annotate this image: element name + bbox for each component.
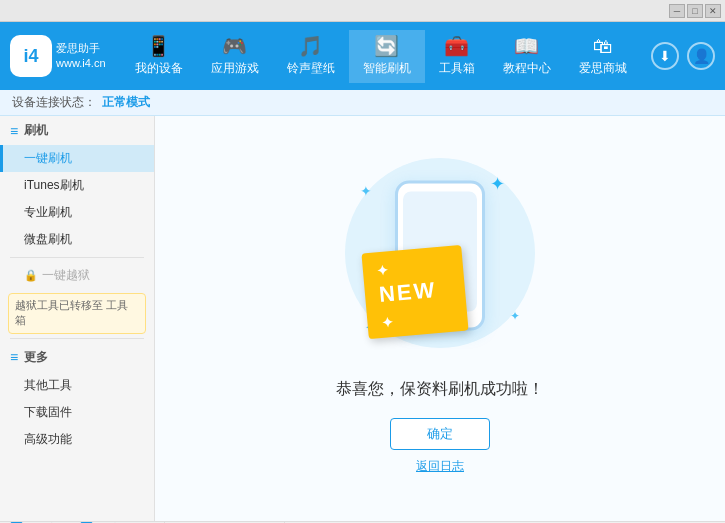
lock-icon: 🔒 [24, 269, 38, 282]
smart-flash-icon: 🔄 [374, 36, 399, 56]
success-illustration: ✦ ✦ ✦ ✦ NEW [340, 163, 540, 363]
logo-letters: i4 [23, 46, 38, 67]
nav-smart-flash-label: 智能刷机 [363, 60, 411, 77]
more-section-label: 更多 [24, 349, 48, 366]
connection-bar: 设备连接状态： 正常模式 [0, 90, 725, 116]
download-button[interactable]: ⬇ [651, 42, 679, 70]
nav-my-device[interactable]: 📱 我的设备 [121, 30, 197, 83]
sidebar-item-other-tools[interactable]: 其他工具 [0, 372, 154, 399]
sidebar-section-more[interactable]: ≡ 更多 [0, 343, 154, 372]
mall-icon: 🛍 [593, 36, 613, 56]
header: i4 爱思助手 www.i4.cn 📱 我的设备 🎮 应用游戏 🎵 铃声壁纸 🔄… [0, 22, 725, 90]
close-button[interactable]: ✕ [705, 4, 721, 18]
toolbox-icon: 🧰 [444, 36, 469, 56]
sparkle-3-icon: ✦ [510, 309, 520, 323]
tutorials-icon: 📖 [514, 36, 539, 56]
flash-section-icon: ≡ [10, 123, 18, 139]
nav-ringtones[interactable]: 🎵 铃声壁纸 [273, 30, 349, 83]
my-device-icon: 📱 [146, 36, 171, 56]
nav-tutorials[interactable]: 📖 教程中心 [489, 30, 565, 83]
conn-status: 正常模式 [102, 94, 150, 111]
sidebar-item-save-flash[interactable]: 微盘刷机 [0, 226, 154, 253]
sidebar: ≡ 刷机 一键刷机 iTunes刷机 专业刷机 微盘刷机 🔒 一键越狱 越狱工具… [0, 116, 155, 521]
sidebar-section-flash[interactable]: ≡ 刷机 [0, 116, 154, 145]
header-right: ⬇ 👤 [651, 42, 715, 70]
conn-bar-label: 设备连接状态： [12, 94, 96, 111]
success-text: 恭喜您，保资料刷机成功啦！ [336, 379, 544, 400]
sidebar-locked-jailbreak: 🔒 一键越狱 [0, 262, 154, 289]
flash-section-label: 刷机 [24, 122, 48, 139]
confirm-button[interactable]: 确定 [390, 418, 490, 450]
more-section-icon: ≡ [10, 349, 18, 365]
user-button[interactable]: 👤 [687, 42, 715, 70]
sparkle-1-icon: ✦ [360, 183, 372, 199]
back-link[interactable]: 返回日志 [416, 458, 464, 475]
nav-apps-games-label: 应用游戏 [211, 60, 259, 77]
nav-tutorials-label: 教程中心 [503, 60, 551, 77]
nav-apps-games[interactable]: 🎮 应用游戏 [197, 30, 273, 83]
sidebar-item-download-firmware[interactable]: 下载固件 [0, 399, 154, 426]
nav-mall[interactable]: 🛍 爱思商城 [565, 30, 641, 83]
logo-text: 爱思助手 www.i4.cn [56, 41, 106, 72]
logo-icon: i4 [10, 35, 52, 77]
ringtones-icon: 🎵 [298, 36, 323, 56]
nav-toolbox[interactable]: 🧰 工具箱 [425, 30, 489, 83]
main-layout: ≡ 刷机 一键刷机 iTunes刷机 专业刷机 微盘刷机 🔒 一键越狱 越狱工具… [0, 116, 725, 521]
minimize-button[interactable]: ─ [669, 4, 685, 18]
new-badge: NEW [361, 244, 468, 338]
nav-bar: 📱 我的设备 🎮 应用游戏 🎵 铃声壁纸 🔄 智能刷机 🧰 工具箱 📖 教程中心… [110, 30, 651, 83]
sidebar-divider-1 [10, 257, 144, 258]
user-icon: 👤 [693, 48, 710, 64]
sidebar-divider-2 [10, 338, 144, 339]
nav-mall-label: 爱思商城 [579, 60, 627, 77]
sidebar-item-itunes-flash[interactable]: iTunes刷机 [0, 172, 154, 199]
download-icon: ⬇ [659, 48, 671, 64]
notice-text: 越狱工具已转移至 工具箱 [15, 299, 128, 326]
nav-my-device-label: 我的设备 [135, 60, 183, 77]
content-area: ✦ ✦ ✦ ✦ NEW 恭喜您，保资料刷机成功啦！ 确定 返回日志 [155, 116, 725, 521]
locked-label: 一键越狱 [42, 267, 90, 284]
sidebar-item-one-key-flash[interactable]: 一键刷机 [0, 145, 154, 172]
maximize-button[interactable]: □ [687, 4, 703, 18]
title-bar: ─ □ ✕ [0, 0, 725, 22]
nav-smart-flash[interactable]: 🔄 智能刷机 [349, 30, 425, 83]
apps-games-icon: 🎮 [222, 36, 247, 56]
nav-toolbox-label: 工具箱 [439, 60, 475, 77]
nav-ringtones-label: 铃声壁纸 [287, 60, 335, 77]
sparkle-2-icon: ✦ [490, 173, 505, 195]
sidebar-item-pro-flash[interactable]: 专业刷机 [0, 199, 154, 226]
sidebar-item-advanced[interactable]: 高级功能 [0, 426, 154, 453]
sidebar-notice: 越狱工具已转移至 工具箱 [8, 293, 146, 334]
logo-area: i4 爱思助手 www.i4.cn [10, 35, 110, 77]
